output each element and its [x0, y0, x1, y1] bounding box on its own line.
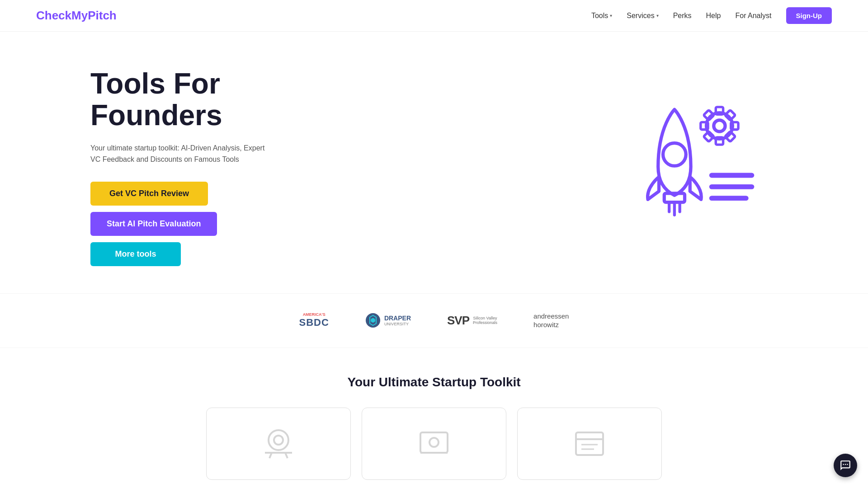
toolkit-card-1 — [206, 408, 351, 480]
toolkit-section: Your Ultimate Startup Toolkit — [0, 348, 868, 488]
nav-perks[interactable]: Perks — [673, 12, 692, 20]
svg-rect-10 — [725, 131, 736, 142]
toolkit-card-2 — [362, 408, 506, 480]
toolkit-card-icon-2 — [416, 426, 452, 462]
svg-point-5 — [706, 113, 732, 139]
hero-rocket-gear-svg — [597, 81, 769, 253]
logo[interactable]: CheckMyPitch — [36, 9, 117, 23]
svg-rect-11 — [716, 137, 723, 145]
partner-svp: SVP Silicon ValleyProfessionals — [447, 314, 497, 328]
svg-rect-17 — [709, 196, 749, 201]
hero-section: Tools For Founders Your ultimate startup… — [0, 32, 868, 293]
partner-sbdc: AMERICA'S SBDC — [299, 312, 329, 328]
svg-rect-9 — [731, 122, 738, 130]
hero-illustration — [588, 81, 778, 253]
vc-pitch-review-button[interactable]: Get VC Pitch Review — [90, 182, 208, 206]
partner-draper: DRAPER UNIVERSITY — [365, 313, 411, 328]
svg-rect-16 — [709, 184, 755, 189]
svg-rect-7 — [716, 107, 723, 114]
toolkit-card-icon-1 — [260, 426, 297, 462]
hero-title: Tools For Founders — [90, 68, 271, 131]
svg-point-6 — [714, 120, 725, 131]
svg-rect-28 — [576, 432, 603, 455]
svg-rect-25 — [420, 432, 448, 453]
svg-point-26 — [429, 438, 439, 447]
svg-point-21 — [274, 436, 283, 445]
toolkit-title: Your Ultimate Startup Toolkit — [36, 375, 832, 389]
toolkit-card-icon-3 — [571, 426, 608, 462]
hero-cta-buttons: Get VC Pitch Review Start AI Pitch Evalu… — [90, 182, 271, 266]
chat-icon — [840, 460, 851, 471]
chevron-down-icon: ▾ — [610, 13, 612, 18]
svg-point-20 — [269, 430, 288, 450]
nav-analyst[interactable]: For Analyst — [735, 12, 771, 20]
svg-point-19 — [371, 318, 375, 323]
chat-button[interactable] — [834, 454, 857, 477]
more-tools-button[interactable]: More tools — [90, 242, 181, 266]
chevron-down-icon: ▾ — [656, 13, 659, 18]
draper-icon — [365, 313, 381, 328]
svg-rect-13 — [701, 122, 708, 130]
partners-section: AMERICA'S SBDC DRAPER UNIVERSITY SVP Sil… — [0, 293, 868, 348]
svg-rect-12 — [703, 131, 714, 142]
hero-content: Tools For Founders Your ultimate startup… — [90, 68, 271, 266]
ai-pitch-evaluation-button[interactable]: Start AI Pitch Evaluation — [90, 212, 217, 236]
svg-point-0 — [663, 143, 686, 166]
hero-subtitle: Your ultimate startup toolkit: AI-Driven… — [90, 142, 271, 165]
toolkit-card-3 — [517, 408, 662, 480]
nav-links: Tools ▾ Services ▾ Perks Help For Analys… — [591, 7, 832, 24]
partner-andreessen-horowitz: andreessen horowitz — [533, 312, 569, 329]
svg-rect-14 — [703, 110, 714, 121]
nav-tools[interactable]: Tools ▾ — [591, 12, 612, 20]
toolkit-cards — [36, 408, 832, 480]
nav-help[interactable]: Help — [706, 12, 721, 20]
nav-services[interactable]: Services ▾ — [627, 12, 658, 20]
svg-rect-15 — [709, 173, 755, 178]
signup-button[interactable]: Sign-Up — [786, 7, 832, 24]
svg-rect-8 — [725, 110, 736, 121]
navigation: CheckMyPitch Tools ▾ Services ▾ Perks He… — [0, 0, 868, 32]
